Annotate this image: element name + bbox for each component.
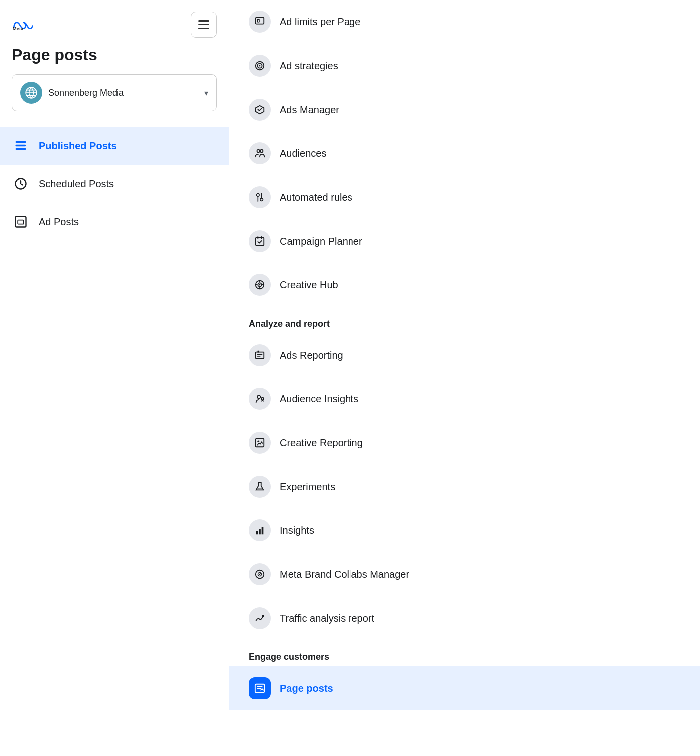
menu-label-page-posts: Page posts [280, 683, 333, 694]
svg-point-13 [259, 65, 261, 67]
menu-item-page-posts[interactable]: Page posts [229, 666, 700, 710]
ad-limits-icon [249, 11, 271, 33]
nav-label-published-posts: Published Posts [39, 140, 117, 152]
ads-reporting-icon [249, 344, 271, 366]
sidebar: Meta Page posts Sonnenberg Media ▾ [0, 0, 229, 756]
svg-point-21 [259, 284, 261, 286]
engage-section-items: Page posts [229, 666, 700, 710]
svg-point-24 [257, 395, 260, 398]
menu-item-audience-insights[interactable]: Audience Insights [229, 377, 700, 421]
menu-item-meta-brand-collabs[interactable]: Meta Brand Collabs Manager [229, 552, 700, 596]
meta-logo: Meta [12, 18, 38, 32]
menu-label-creative-hub: Creative Hub [280, 279, 338, 291]
svg-point-27 [257, 440, 259, 442]
svg-point-16 [257, 194, 260, 197]
page-posts-icon [249, 677, 271, 699]
account-selector[interactable]: Sonnenberg Media ▾ [12, 74, 217, 111]
ad-posts-icon [12, 213, 30, 231]
creative-hub-icon [249, 274, 271, 296]
analyze-section-header: Analyze and report [229, 307, 700, 333]
ad-strategies-icon [249, 55, 271, 77]
hamburger-line [198, 24, 209, 26]
svg-rect-10 [257, 19, 259, 22]
svg-point-17 [260, 198, 263, 201]
svg-point-25 [261, 398, 264, 400]
hamburger-button[interactable] [191, 12, 217, 38]
menu-label-ad-limits: Ad limits per Page [280, 16, 360, 28]
traffic-analysis-icon [249, 607, 271, 629]
svg-text:Meta: Meta [13, 26, 24, 31]
svg-rect-5 [16, 148, 26, 150]
svg-point-15 [260, 150, 263, 153]
menu-label-ad-strategies: Ad strategies [280, 60, 338, 72]
published-posts-icon [12, 137, 30, 155]
menu-label-meta-brand-collabs: Meta Brand Collabs Manager [280, 569, 409, 580]
menu-label-experiments: Experiments [280, 481, 335, 493]
menu-label-automated-rules: Automated rules [280, 192, 352, 203]
menu-item-creative-reporting[interactable]: Creative Reporting [229, 421, 700, 465]
nav-item-scheduled-posts[interactable]: Scheduled Posts [0, 165, 229, 203]
menu-label-audience-insights: Audience Insights [280, 393, 358, 405]
sidebar-header: Meta [0, 0, 229, 46]
nav-label-ad-posts: Ad Posts [39, 216, 79, 228]
hamburger-line [198, 20, 209, 22]
nav-item-published-posts[interactable]: Published Posts [0, 127, 229, 165]
menu-item-traffic-analysis[interactable]: Traffic analysis report [229, 596, 700, 640]
engage-section-header: Engage customers [229, 640, 700, 666]
svg-rect-8 [18, 220, 24, 224]
nav-item-ad-posts[interactable]: Ad Posts [0, 203, 229, 241]
svg-rect-18 [256, 238, 264, 246]
insights-icon [249, 519, 271, 541]
creative-reporting-icon [249, 432, 271, 454]
menu-label-insights: Insights [280, 525, 314, 536]
menu-label-campaign-planner: Campaign Planner [280, 236, 362, 247]
menu-item-creative-hub[interactable]: Creative Hub [229, 263, 700, 307]
automated-rules-icon [249, 186, 271, 208]
campaign-planner-icon [249, 230, 271, 252]
svg-rect-23 [257, 351, 259, 353]
svg-rect-3 [16, 141, 26, 143]
menu-label-audiences: Audiences [280, 148, 326, 159]
right-panel: Ad limits per Page Ad strategies Ads Man… [229, 0, 700, 756]
svg-rect-28 [256, 531, 258, 534]
account-avatar-icon [25, 86, 38, 99]
menu-item-ads-manager[interactable]: Ads Manager [229, 88, 700, 131]
page-title: Page posts [0, 46, 229, 74]
svg-rect-30 [262, 527, 264, 535]
menu-label-ads-reporting: Ads Reporting [280, 350, 343, 361]
scheduled-posts-icon [12, 175, 30, 193]
svg-rect-9 [256, 18, 264, 24]
svg-rect-22 [256, 352, 264, 359]
hamburger-line [198, 28, 209, 29]
chevron-down-icon: ▾ [204, 88, 208, 98]
svg-point-14 [257, 150, 260, 153]
svg-rect-4 [16, 145, 26, 147]
menu-label-ads-manager: Ads Manager [280, 104, 339, 116]
menu-item-audiences[interactable]: Audiences [229, 131, 700, 175]
audience-insights-icon [249, 388, 271, 410]
meta-brand-collabs-icon [249, 563, 271, 585]
ads-manager-icon [249, 99, 271, 121]
menu-item-insights[interactable]: Insights [229, 508, 700, 552]
svg-rect-7 [16, 217, 26, 227]
nav-label-scheduled-posts: Scheduled Posts [39, 178, 114, 190]
meta-logo-icon: Meta [12, 18, 38, 32]
menu-label-traffic-analysis: Traffic analysis report [280, 613, 374, 624]
menu-item-experiments[interactable]: Experiments [229, 465, 700, 508]
audiences-icon [249, 142, 271, 164]
svg-rect-29 [259, 529, 261, 534]
menu-item-ads-reporting[interactable]: Ads Reporting [229, 333, 700, 377]
menu-label-creative-reporting: Creative Reporting [280, 437, 363, 449]
menu-item-ad-limits[interactable]: Ad limits per Page [229, 0, 700, 44]
menu-item-campaign-planner[interactable]: Campaign Planner [229, 219, 700, 263]
menu-item-automated-rules[interactable]: Automated rules [229, 175, 700, 219]
experiments-icon [249, 476, 271, 498]
menu-item-ad-strategies[interactable]: Ad strategies [229, 44, 700, 88]
account-avatar [20, 82, 42, 104]
account-name: Sonnenberg Media [48, 88, 198, 98]
